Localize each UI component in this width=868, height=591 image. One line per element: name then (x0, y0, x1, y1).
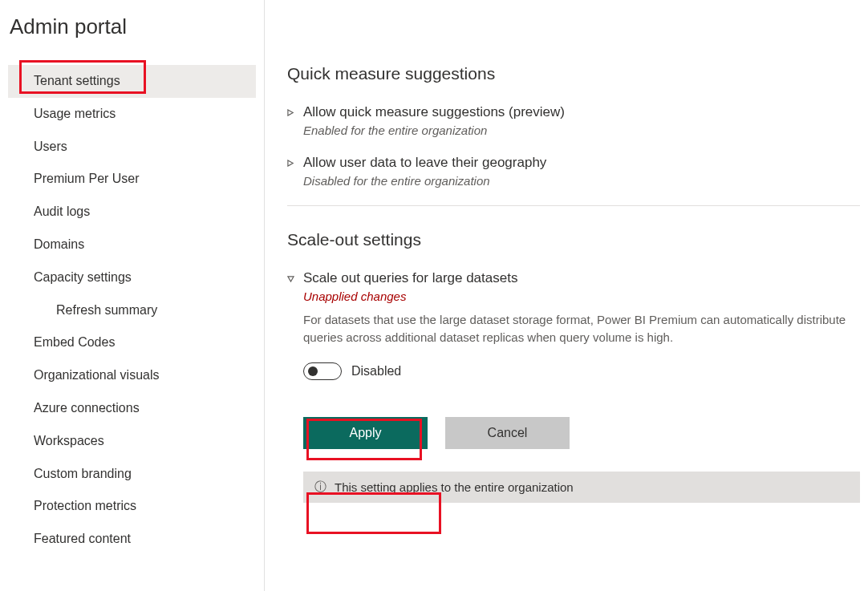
divider (287, 205, 860, 206)
sidebar-item-users[interactable]: Users (8, 131, 256, 164)
section-title-scale-out: Scale-out settings (287, 230, 860, 249)
chevron-right-icon (287, 155, 303, 169)
sidebar-item-audit-logs[interactable]: Audit logs (8, 196, 256, 229)
scale-out-toggle[interactable] (303, 362, 342, 380)
expander-allow-user-data-leave-geography[interactable]: Allow user data to leave their geography… (287, 155, 860, 188)
expander-status: Enabled for the entire organization (303, 123, 860, 137)
sidebar-item-custom-branding[interactable]: Custom branding (8, 458, 256, 491)
highlight-apply (306, 492, 441, 534)
sidebar-item-workspaces[interactable]: Workspaces (8, 425, 256, 458)
setting-description: For datasets that use the large dataset … (303, 311, 860, 346)
unapplied-changes-label: Unapplied changes (303, 289, 860, 303)
sidebar-item-premium-per-user[interactable]: Premium Per User (8, 163, 256, 196)
sidebar-item-usage-metrics[interactable]: Usage metrics (8, 98, 256, 131)
nav-list: Tenant settings Usage metrics Users Prem… (8, 65, 256, 556)
page-title: Admin portal (8, 14, 256, 39)
sidebar-item-embed-codes[interactable]: Embed Codes (8, 326, 256, 359)
toggle-knob (308, 366, 318, 376)
toggle-state-label: Disabled (351, 364, 401, 378)
chevron-down-icon (287, 270, 303, 285)
highlight-toggle (306, 419, 422, 460)
toggle-row: Disabled (303, 362, 860, 380)
expander-title: Allow user data to leave their geography (303, 155, 860, 171)
sidebar-item-protection-metrics[interactable]: Protection metrics (8, 490, 256, 523)
chevron-right-icon (287, 104, 303, 119)
cancel-button[interactable]: Cancel (445, 417, 570, 449)
sidebar-item-organizational-visuals[interactable]: Organizational visuals (8, 359, 256, 392)
sidebar-item-featured-content[interactable]: Featured content (8, 523, 256, 556)
sidebar-item-domains[interactable]: Domains (8, 229, 256, 261)
highlight-tenant-settings (19, 60, 146, 94)
expander-scale-out-queries[interactable]: Scale out queries for large datasets Una… (287, 270, 860, 346)
expander-title: Scale out queries for large datasets (303, 270, 860, 286)
expander-allow-quick-measure[interactable]: Allow quick measure suggestions (preview… (287, 104, 860, 137)
expander-title: Allow quick measure suggestions (preview… (303, 104, 860, 120)
section-title-quick-measure: Quick measure suggestions (287, 64, 860, 83)
sidebar-item-capacity-settings[interactable]: Capacity settings (8, 261, 256, 294)
notice-text: This setting applies to the entire organ… (335, 480, 574, 494)
expander-status: Disabled for the entire organization (303, 174, 860, 188)
sidebar-item-refresh-summary[interactable]: Refresh summary (8, 294, 256, 327)
sidebar-item-azure-connections[interactable]: Azure connections (8, 392, 256, 425)
